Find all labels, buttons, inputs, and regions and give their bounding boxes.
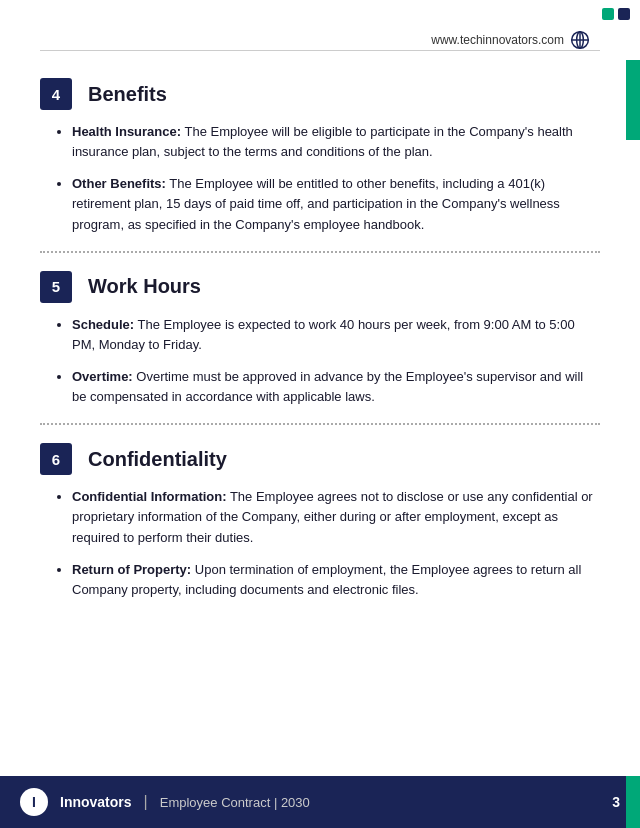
green-dot: [602, 8, 614, 20]
globe-icon: [570, 30, 590, 50]
right-accent-bar: [626, 60, 640, 140]
footer-page-number: 3: [612, 794, 620, 810]
section-4-title: Benefits: [88, 83, 167, 106]
section-5-header: 5 Work Hours: [40, 271, 600, 303]
bullet-text: The Employee is expected to work 40 hour…: [72, 317, 575, 352]
section-4-number: 4: [40, 78, 72, 110]
list-item: Health Insurance: The Employee will be e…: [72, 122, 600, 162]
bullet-bold: Other Benefits:: [72, 176, 166, 191]
header-url: www.techinnovators.com: [431, 30, 590, 50]
list-item: Overtime: Overtime must be approved in a…: [72, 367, 600, 407]
list-item: Other Benefits: The Employee will be ent…: [72, 174, 600, 234]
footer-company-name: Innovators: [60, 794, 132, 810]
main-content: 4 Benefits Health Insurance: The Employe…: [40, 60, 600, 768]
navy-dot: [618, 8, 630, 20]
section-4-header: 4 Benefits: [40, 78, 600, 110]
section-6-header: 6 Confidentiality: [40, 443, 600, 475]
section-6-title: Confidentiality: [88, 448, 227, 471]
section-4-bullets: Health Insurance: The Employee will be e…: [40, 122, 600, 235]
list-item: Schedule: The Employee is expected to wo…: [72, 315, 600, 355]
section-4: 4 Benefits Health Insurance: The Employe…: [40, 78, 600, 235]
url-text: www.techinnovators.com: [431, 33, 564, 47]
section-5: 5 Work Hours Schedule: The Employee is e…: [40, 271, 600, 408]
bullet-bold: Confidential Information:: [72, 489, 227, 504]
bullet-bold: Overtime:: [72, 369, 133, 384]
bullet-bold: Schedule:: [72, 317, 134, 332]
section-6-bullets: Confidential Information: The Employee a…: [40, 487, 600, 600]
footer-logo: I: [20, 788, 48, 816]
list-item: Confidential Information: The Employee a…: [72, 487, 600, 547]
bullet-text: Overtime must be approved in advance by …: [72, 369, 583, 404]
bullet-bold: Health Insurance:: [72, 124, 181, 139]
footer: I Innovators | Employee Contract | 2030 …: [0, 776, 640, 828]
header-divider: [40, 50, 600, 51]
section-6: 6 Confidentiality Confidential Informati…: [40, 443, 600, 600]
bullet-bold: Return of Property:: [72, 562, 191, 577]
section-5-number: 5: [40, 271, 72, 303]
section-5-bullets: Schedule: The Employee is expected to wo…: [40, 315, 600, 408]
top-decorations: [592, 0, 640, 28]
divider-4-5: [40, 251, 600, 253]
footer-doc-title: Employee Contract | 2030: [160, 795, 310, 810]
footer-green-accent: [626, 776, 640, 828]
divider-5-6: [40, 423, 600, 425]
footer-divider: |: [144, 793, 148, 811]
section-5-title: Work Hours: [88, 275, 201, 298]
section-6-number: 6: [40, 443, 72, 475]
list-item: Return of Property: Upon termination of …: [72, 560, 600, 600]
